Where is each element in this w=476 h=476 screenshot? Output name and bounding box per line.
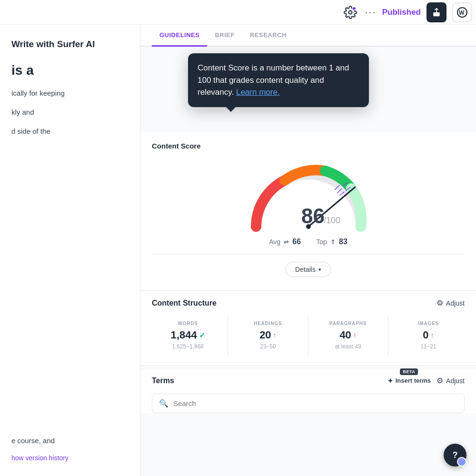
svg-text:/100: /100 bbox=[324, 216, 340, 225]
tab-research[interactable]: RESEARCH bbox=[242, 25, 294, 47]
arrow-up-icon-2: ↑ bbox=[353, 331, 357, 339]
words-range: 1,625–1,868 bbox=[152, 343, 224, 350]
terms-actions: BETA ✦ Insert terms ⚙ Adjust bbox=[387, 376, 465, 385]
top-icon: ⇑ bbox=[330, 238, 336, 246]
avg-label: Avg ⇌ 66 bbox=[269, 238, 301, 246]
help-button[interactable]: ? bbox=[444, 444, 466, 466]
content-score-tooltip: Content Score is a number between 1 and … bbox=[188, 53, 369, 107]
tabs-bar: GUIDELINES BRIEF RESEARCH bbox=[140, 25, 476, 47]
headings-metric: HEADINGS 20 ↑ 23–50 bbox=[228, 315, 308, 356]
main-layout: Write with Surfer AI is a ically for kee… bbox=[0, 25, 476, 476]
arrow-up-icon: ↑ bbox=[273, 331, 277, 339]
paragraphs-value-row: 40 ↑ bbox=[312, 329, 384, 341]
arrow-up-icon-3: ↑ bbox=[431, 331, 434, 339]
sliders-icon-2: ⚙ bbox=[436, 376, 443, 385]
left-panel-title: Write with Surfer AI bbox=[11, 39, 129, 50]
paragraphs-metric: PARAGRAPHS 40 ↑ at least 49 bbox=[308, 315, 388, 356]
score-section: Content Score bbox=[140, 132, 476, 290]
words-value: 1,844 bbox=[171, 329, 197, 341]
paragraphs-value: 40 bbox=[339, 329, 351, 341]
images-range: 11–21 bbox=[392, 343, 465, 350]
metrics-grid: WORDS 1,844 ✓ 1,625–1,868 HEADINGS 20 ↑ … bbox=[140, 313, 476, 365]
left-body-1: ically for keeping bbox=[11, 88, 129, 99]
terms-title: Terms bbox=[152, 377, 174, 385]
search-box: 🔍 bbox=[152, 394, 465, 413]
avg-icon: ⇌ bbox=[284, 238, 289, 246]
words-value-row: 1,844 ✓ bbox=[152, 329, 224, 341]
images-metric: IMAGES 0 ↑ 11–21 bbox=[388, 315, 468, 356]
words-metric: WORDS 1,844 ✓ 1,625–1,868 bbox=[148, 315, 228, 356]
beta-badge: BETA bbox=[400, 368, 418, 375]
learn-more-link[interactable]: Learn more. bbox=[236, 88, 280, 97]
headings-label: HEADINGS bbox=[232, 321, 304, 326]
published-status[interactable]: Published bbox=[382, 8, 421, 17]
svg-text:W: W bbox=[459, 10, 465, 16]
words-label: WORDS bbox=[152, 321, 224, 326]
gauge-svg: 86 /100 bbox=[242, 158, 375, 234]
content-structure-title: Content Structure bbox=[152, 299, 217, 307]
chevron-down-icon: ▾ bbox=[318, 267, 321, 273]
wordpress-button[interactable]: W bbox=[452, 2, 472, 22]
headings-value-row: 20 ↑ bbox=[232, 329, 304, 341]
details-button[interactable]: Details ▾ bbox=[285, 262, 331, 277]
left-body-4: e course, and bbox=[11, 435, 129, 446]
sliders-icon: ⚙ bbox=[436, 298, 443, 307]
svg-point-0 bbox=[349, 10, 352, 14]
left-panel-hero: is a bbox=[11, 63, 129, 78]
check-icon: ✓ bbox=[199, 331, 205, 340]
paragraphs-range: at least 49 bbox=[312, 343, 384, 350]
terms-section: Terms BETA ✦ Insert terms ⚙ Adjust 🔍 bbox=[140, 369, 476, 413]
structure-adjust-button[interactable]: ⚙ Adjust bbox=[436, 298, 465, 307]
help-icon: ? bbox=[453, 450, 458, 460]
insert-terms-button[interactable]: BETA ✦ Insert terms bbox=[387, 377, 431, 385]
terms-header: Terms BETA ✦ Insert terms ⚙ Adjust bbox=[152, 369, 465, 390]
headings-value: 20 bbox=[259, 329, 271, 341]
images-value-row: 0 ↑ bbox=[392, 329, 465, 341]
top-bar: ··· Published W bbox=[0, 0, 476, 25]
svg-text:86: 86 bbox=[301, 204, 325, 228]
images-label: IMAGES bbox=[392, 321, 465, 326]
sparkle-icon: ✦ bbox=[387, 377, 393, 385]
right-panel: GUIDELINES BRIEF RESEARCH Content Score … bbox=[140, 25, 476, 476]
images-value: 0 bbox=[423, 329, 428, 341]
score-divider bbox=[152, 254, 465, 254]
search-icon: 🔍 bbox=[159, 399, 169, 408]
left-body-2: kly and bbox=[11, 107, 129, 118]
terms-adjust-button[interactable]: ⚙ Adjust bbox=[436, 376, 465, 385]
avg-top-row: Avg ⇌ 66 Top ⇑ 83 bbox=[269, 238, 347, 246]
headings-range: 23–50 bbox=[232, 343, 304, 350]
tab-guidelines[interactable]: GUIDELINES bbox=[152, 25, 207, 47]
more-options-button[interactable]: ··· bbox=[365, 6, 376, 19]
tab-brief[interactable]: BRIEF bbox=[207, 25, 242, 47]
content-score-title: Content Score bbox=[152, 142, 465, 150]
gear-button[interactable] bbox=[342, 4, 359, 21]
version-history-link[interactable]: how version history bbox=[11, 454, 129, 462]
content-structure-header: Content Structure ⚙ Adjust bbox=[140, 291, 476, 313]
top-label: Top ⇑ 83 bbox=[316, 238, 347, 246]
share-button[interactable] bbox=[426, 2, 446, 22]
details-btn-wrap: Details ▾ bbox=[152, 262, 465, 277]
gauge-container: 86 /100 Avg ⇌ 66 Top ⇑ 83 bbox=[152, 158, 465, 246]
paragraphs-label: PARAGRAPHS bbox=[312, 321, 384, 326]
left-body-3: d side of the bbox=[11, 126, 129, 137]
search-input[interactable] bbox=[173, 399, 457, 407]
terms-divider bbox=[140, 365, 476, 366]
left-panel: Write with Surfer AI is a ically for kee… bbox=[0, 25, 140, 476]
